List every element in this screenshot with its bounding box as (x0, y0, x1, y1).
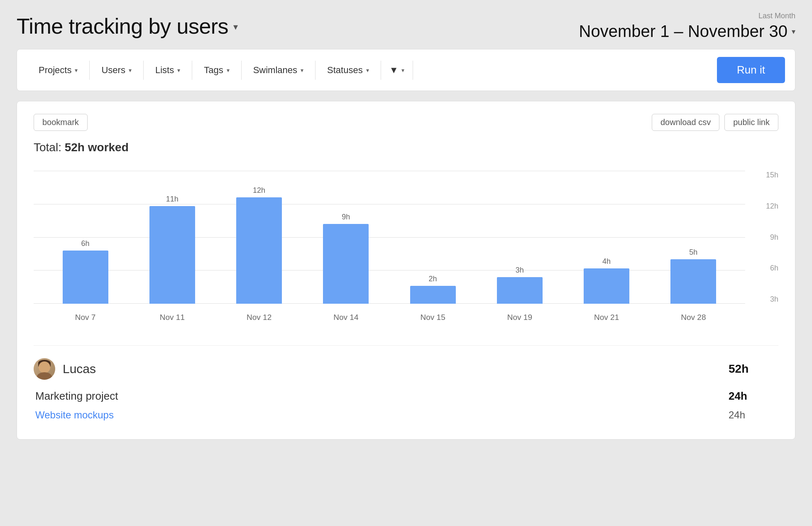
filter-users[interactable]: Users ▾ (90, 61, 143, 80)
main-card: bookmark download csv public link Total:… (17, 101, 795, 440)
tags-chevron: ▾ (227, 67, 230, 74)
bar-label-top-0: 6h (81, 239, 90, 248)
total-summary: Total: 52h worked (34, 141, 778, 154)
bar-group-Nov-14: 9h (303, 213, 389, 304)
y-label-12: 12h (766, 202, 778, 211)
lists-label: Lists (155, 65, 174, 76)
date-range-text: November 1 – November 30 (579, 22, 788, 41)
task-row-website: Website mockups 24h (34, 409, 778, 421)
run-button[interactable]: Run it (717, 57, 785, 83)
funnel-chevron: ▾ (401, 67, 404, 74)
avatar-image (34, 358, 55, 380)
divider (34, 345, 778, 346)
bar-0[interactable] (63, 251, 108, 304)
title-dropdown-icon[interactable]: ▾ (233, 22, 238, 32)
bar-group-Nov-19: 3h (476, 266, 563, 304)
date-range-label: Last Month (758, 12, 795, 20)
users-chevron: ▾ (129, 67, 132, 74)
swimlanes-chevron: ▾ (301, 67, 303, 74)
users-label: Users (101, 65, 125, 76)
tags-label: Tags (204, 65, 223, 76)
bar-label-top-7: 5h (689, 248, 697, 257)
x-label-2: Nov 12 (247, 313, 271, 322)
y-label-6: 6h (770, 264, 778, 273)
task-name-website[interactable]: Website mockups (35, 409, 729, 421)
total-value-text: 52h worked (65, 141, 129, 154)
funnel-icon: ▼ (389, 65, 399, 76)
card-toolbar: bookmark download csv public link (34, 114, 778, 131)
x-label-group-3: Nov 14 (303, 313, 389, 322)
title-area: Time tracking by users ▾ (17, 14, 238, 39)
filter-bar: Projects ▾ Users ▾ Lists ▾ Tags ▾ Swimla… (17, 49, 795, 91)
project-hours: 24h (729, 390, 778, 403)
avatar-lucas (34, 358, 55, 380)
x-label-6: Nov 21 (594, 313, 619, 322)
date-range-area: Last Month November 1 – November 30 ▾ (579, 12, 795, 41)
x-label-1: Nov 11 (160, 313, 185, 322)
bar-group-Nov-7: 6h (42, 239, 129, 304)
bar-group-Nov-15: 2h (389, 275, 476, 304)
bar-label-top-3: 9h (342, 213, 350, 221)
x-label-5: Nov 19 (507, 313, 532, 322)
date-range-selector[interactable]: November 1 – November 30 ▾ (579, 22, 795, 41)
y-label-15: 15h (766, 171, 778, 179)
bar-label-top-2: 12h (253, 186, 265, 195)
x-label-group-4: Nov 15 (389, 313, 476, 322)
projects-label: Projects (39, 65, 71, 76)
bar-3[interactable] (323, 224, 369, 304)
bar-2[interactable] (236, 197, 282, 304)
x-label-4: Nov 15 (421, 313, 445, 322)
bar-6[interactable] (584, 268, 629, 304)
bar-label-top-5: 3h (516, 266, 524, 275)
x-label-3: Nov 14 (333, 313, 358, 322)
bar-label-top-4: 2h (429, 275, 437, 283)
filter-swimlanes[interactable]: Swimlanes ▾ (242, 61, 316, 80)
public-link-button[interactable]: public link (724, 114, 778, 131)
task-hours-website: 24h (729, 409, 778, 421)
bar-group-Nov-21: 4h (563, 257, 650, 304)
filter-tags[interactable]: Tags ▾ (192, 61, 241, 80)
bar-group-Nov-12: 12h (216, 186, 303, 304)
filter-lists[interactable]: Lists ▾ (144, 61, 192, 80)
bar-label-top-6: 4h (602, 257, 611, 266)
bar-group-Nov-28: 5h (650, 248, 737, 304)
date-dropdown-icon: ▾ (792, 27, 795, 36)
statuses-chevron: ▾ (366, 67, 369, 74)
user-row-lucas: Lucas 52h (34, 358, 778, 380)
project-row-marketing: Marketing project 24h (34, 390, 778, 403)
bar-label-top-1: 11h (166, 195, 179, 204)
x-label-group-0: Nov 7 (42, 313, 129, 322)
bookmark-button[interactable]: bookmark (34, 114, 88, 131)
project-name: Marketing project (35, 390, 729, 403)
chart-y-labels: 15h 12h 9h 6h 3h (748, 171, 778, 304)
filter-statuses[interactable]: Statuses ▾ (316, 61, 381, 80)
page-title: Time tracking by users (17, 14, 228, 39)
x-label-0: Nov 7 (75, 313, 96, 322)
user-hours-lucas: 52h (729, 362, 778, 376)
swimlanes-label: Swimlanes (253, 65, 297, 76)
filter-projects[interactable]: Projects ▾ (27, 61, 90, 80)
users-section: Lucas 52h Marketing project 24h Website … (34, 358, 778, 421)
lists-chevron: ▾ (177, 67, 180, 74)
x-label-group-1: Nov 11 (129, 313, 215, 322)
x-label-group-2: Nov 12 (216, 313, 303, 322)
x-label-group-6: Nov 21 (563, 313, 650, 322)
bars-container: 6h11h12h9h2h3h4h5h (34, 171, 745, 304)
bar-4[interactable] (410, 286, 456, 304)
top-bar: Time tracking by users ▾ Last Month Nove… (0, 0, 812, 49)
avatar-face (39, 361, 50, 373)
y-label-9: 9h (770, 233, 778, 242)
x-label-7: Nov 28 (681, 313, 706, 322)
bar-5[interactable] (497, 277, 543, 304)
bar-group-Nov-11: 11h (129, 195, 215, 304)
statuses-label: Statuses (327, 65, 363, 76)
user-name-lucas: Lucas (63, 362, 721, 376)
chart-area: 15h 12h 9h 6h 3h 6h11h12h9h2h3h4h5h Nov … (34, 171, 778, 329)
download-csv-button[interactable]: download csv (652, 114, 719, 131)
bar-7[interactable] (670, 259, 716, 304)
bar-1[interactable] (149, 206, 195, 304)
y-label-3: 3h (770, 295, 778, 304)
filter-funnel-button[interactable]: ▼ ▾ (381, 61, 413, 80)
avatar-body (37, 372, 52, 380)
card-actions: download csv public link (652, 114, 778, 131)
